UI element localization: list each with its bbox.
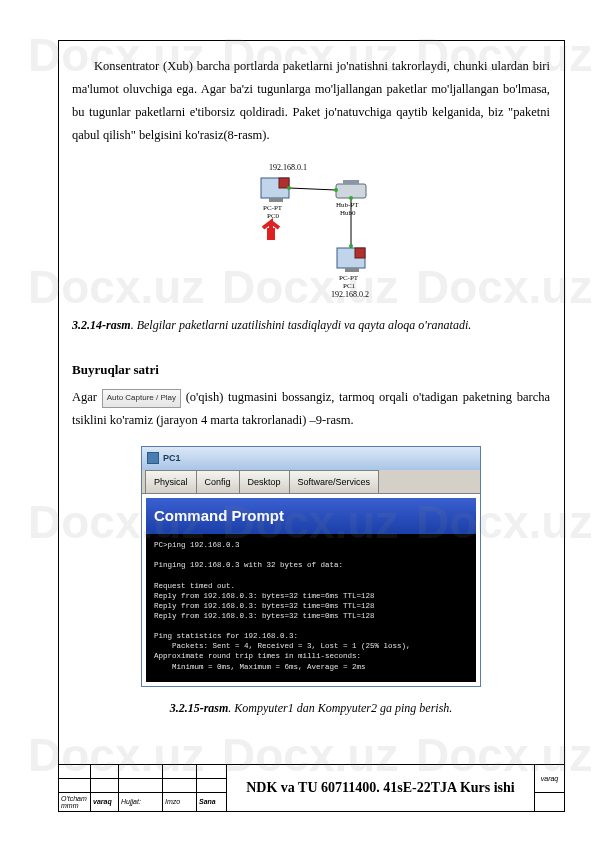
footer-title: NDK va TU 60711400. 41sE-22TJA Kurs ishi (227, 765, 535, 812)
svg-rect-5 (267, 228, 275, 240)
tab-desktop[interactable]: Desktop (239, 470, 290, 494)
pc-window: PC1 Physical Config Desktop Software/Ser… (141, 446, 481, 687)
svg-point-12 (334, 188, 338, 192)
ip-top-label: 192.168.0.1 (269, 163, 307, 172)
window-titlebar: PC1 (142, 447, 480, 470)
auto-capture-button[interactable]: Auto Capture / Play (102, 389, 181, 408)
svg-point-11 (287, 186, 291, 190)
page-content: Konsentrator (Xub) barcha portlarda pake… (72, 55, 550, 719)
svg-text:PC0: PC0 (267, 212, 280, 220)
paragraph-1: Konsentrator (Xub) barcha portlarda pake… (72, 55, 550, 148)
network-diagram: 192.168.0.1 PC-PT PC0 Hub-PT Hub0 (221, 160, 401, 300)
command-prompt-header: Command Prompt (146, 498, 476, 534)
svg-text:Hub-PT: Hub-PT (336, 201, 359, 209)
svg-rect-7 (343, 180, 359, 184)
svg-text:Hub0: Hub0 (340, 209, 356, 217)
section-title: Buyruqlar satri (72, 358, 550, 382)
paragraph-2: Agar Auto Capture / Play (o'qish) tugmas… (72, 386, 550, 432)
tab-config[interactable]: Config (196, 470, 240, 494)
svg-text:192.168.0.2: 192.168.0.2 (331, 290, 369, 299)
svg-text:PC1: PC1 (343, 282, 356, 290)
window-title: PC1 (163, 450, 181, 467)
tab-bar: Physical Config Desktop Software/Service… (142, 470, 480, 495)
svg-rect-18 (345, 268, 359, 272)
footer-c3: Hujjat: (119, 792, 163, 812)
svg-rect-6 (336, 184, 366, 198)
footer-c2: varaq (91, 792, 119, 812)
app-icon (147, 452, 159, 464)
terminal-output[interactable]: PC>ping 192.168.0.3 Pinging 192.168.0.3 … (146, 534, 476, 682)
footer-c4: Imzo (163, 792, 197, 812)
footer-c5: Sana (197, 792, 227, 812)
svg-text:PC-PT: PC-PT (339, 274, 359, 282)
svg-line-10 (289, 188, 336, 190)
svg-point-14 (349, 196, 353, 200)
svg-rect-1 (279, 178, 289, 188)
svg-point-15 (349, 244, 353, 248)
caption-2: 3.2.15-rasm. Kompyuter1 dan Kompyuter2 g… (72, 697, 550, 719)
footer-varaq-label: varaq (535, 765, 565, 793)
tab-physical[interactable]: Physical (145, 470, 197, 494)
svg-text:PC-PT: PC-PT (263, 204, 283, 212)
tab-software[interactable]: Software/Services (289, 470, 380, 494)
title-block: NDK va TU 60711400. 41sE-22TJA Kurs ishi… (58, 764, 565, 812)
caption-1: 3.2.14-rasm. Belgilar paketlarni uzatili… (72, 314, 550, 336)
footer-c1: O'tcham mmm (59, 792, 91, 812)
svg-rect-17 (355, 248, 365, 258)
svg-rect-2 (269, 198, 283, 202)
